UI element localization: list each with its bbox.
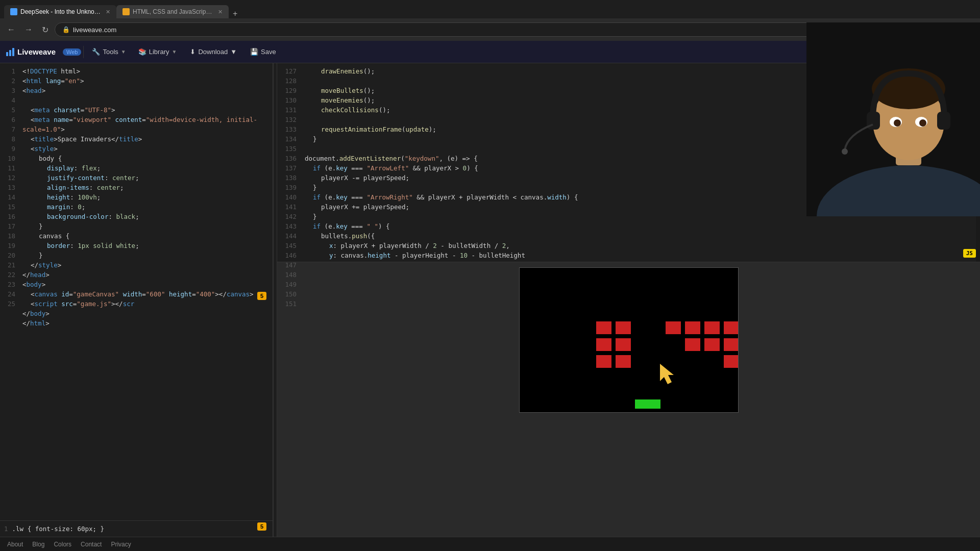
footer-blog[interactable]: Blog — [32, 541, 44, 548]
download-button[interactable]: ⬇ Download ▼ — [183, 45, 244, 58]
code-line-15: background-color: black; — [22, 212, 268, 221]
rln145: 145 — [277, 241, 297, 251]
enemy-l-0-1 — [616, 321, 631, 334]
code-line-2: <html lang="en"> — [22, 76, 268, 86]
rln130: 130 — [277, 95, 297, 105]
rln139: 139 — [277, 183, 297, 192]
code-line-10: display: flex; — [22, 163, 268, 173]
right-line-numbers: 127 128 129 130 131 132 133 134 135 136 … — [277, 63, 301, 262]
rln150: 150 — [277, 289, 297, 299]
footer-colors[interactable]: Colors — [54, 541, 71, 548]
enemy-l-2-1 — [616, 355, 631, 368]
cursor-arrow — [660, 364, 674, 384]
deepseek-favicon — [10, 8, 17, 15]
rln148: 148 — [277, 270, 297, 280]
enemy-l-2-0 — [596, 355, 611, 368]
jsl143: if (e.key === " ") { — [305, 221, 976, 231]
library-icon: 📚 — [138, 48, 146, 56]
rln137: 137 — [277, 163, 297, 173]
person-svg — [806, 22, 980, 216]
rln132: 132 — [277, 115, 297, 124]
rln146: 146 — [277, 251, 297, 260]
rln131: 131 — [277, 105, 297, 115]
person-area — [806, 22, 980, 216]
ln4: 4 — [0, 95, 15, 105]
ln16: 16 — [0, 212, 15, 221]
svg-point-11 — [842, 148, 848, 155]
ln23: 23 — [0, 280, 15, 289]
save-button[interactable]: 💾 Save — [244, 45, 282, 58]
code-line-8: <style> — [22, 144, 268, 154]
logo-bars — [6, 48, 14, 56]
enemy-r-0-3 — [724, 321, 738, 334]
ln2: 2 — [0, 76, 15, 86]
rln151: 151 — [277, 299, 297, 309]
game-canvas — [519, 267, 739, 413]
ln5: 5 — [0, 105, 15, 115]
app-logo: Liveweave — [6, 47, 63, 56]
panel-divider[interactable] — [273, 63, 277, 537]
footer-about[interactable]: About — [7, 541, 23, 548]
tools-menu[interactable]: 🔧 Tools ▼ — [86, 45, 132, 58]
logo-bar-3 — [12, 48, 14, 56]
back-button[interactable]: ← — [4, 23, 18, 36]
ln21: 21 — [0, 260, 15, 270]
tools-chevron: ▼ — [121, 49, 126, 55]
enemy-r-1-1 — [685, 338, 700, 351]
html-code-content[interactable]: <!DOCTYPE html> <html lang="en"> <head> … — [18, 63, 273, 520]
library-menu[interactable]: 📚 Library ▼ — [132, 45, 183, 58]
enemy-l-1-1 — [616, 338, 631, 351]
wrench-icon: 🔧 — [92, 48, 100, 56]
footer-contact[interactable]: Contact — [81, 541, 102, 548]
jsl146: y: canvas.height - playerHeight - 10 - b… — [305, 251, 976, 260]
rln138: 138 — [277, 173, 297, 183]
new-tab-button[interactable]: + — [229, 9, 241, 18]
toolbar-sep-1 — [83, 46, 84, 58]
forward-button[interactable]: → — [21, 23, 36, 36]
rln147: 147 — [277, 260, 297, 270]
code-line-13: height: 100vh; — [22, 192, 268, 202]
svg-rect-6 — [937, 112, 950, 130]
ln14: 14 — [0, 192, 15, 202]
address-bar[interactable]: 🔒 liveweave.com ☆ — [55, 22, 926, 37]
logo-bar-2 — [9, 50, 11, 56]
library-label: Library — [149, 48, 169, 56]
code-line-22: <body> — [22, 280, 268, 289]
tab-liveweave[interactable]: HTML, CSS and JavaScript play... ✕ — [116, 5, 229, 18]
code-line-3: <head> — [22, 86, 268, 95]
tab-deepseek[interactable]: DeepSeek - Into the Unknown ✕ — [4, 5, 116, 18]
rln136: 136 — [277, 154, 297, 163]
ln20: 20 — [0, 251, 15, 260]
code-line-12: align-items: center; — [22, 183, 268, 192]
left-editor[interactable]: 1 2 3 4 5 6 7 8 9 10 11 12 13 14 15 16 1… — [0, 63, 273, 520]
enemy-r-1-2 — [704, 338, 720, 351]
web-badge[interactable]: Web — [63, 48, 81, 56]
liveweave-favicon — [122, 8, 130, 15]
code-line-1: <!DOCTYPE html> — [22, 66, 268, 76]
code-line-18: border: 1px solid white; — [22, 241, 268, 251]
jsl147: }); — [305, 260, 976, 262]
rln140: 140 — [277, 192, 297, 202]
ln3: 3 — [0, 86, 15, 95]
left-css-editor[interactable]: 1 .lw { font-size: 60px; } — [0, 520, 273, 537]
code-line-6: <meta name="viewport" content="width=dev… — [22, 115, 268, 134]
code-line-23: <canvas id="gameCanvas" width="600" heig… — [22, 289, 268, 299]
code-line-14: margin: 0; — [22, 202, 268, 212]
ln1: 1 — [0, 66, 15, 76]
enemy-l-0-0 — [596, 321, 611, 334]
tab-deepseek-close[interactable]: ✕ — [106, 9, 110, 15]
tab-bar: DeepSeek - Into the Unknown ✕ HTML, CSS … — [0, 0, 980, 18]
footer-privacy[interactable]: Privacy — [111, 541, 131, 548]
footer: About Blog Colors Contact Privacy — [0, 537, 980, 551]
css-line-number: 1 — [4, 524, 8, 534]
ln10: 10 — [0, 154, 15, 163]
player-ship — [635, 399, 660, 409]
code-line-5: <meta charset="UTF-8"> — [22, 105, 268, 115]
rln149: 149 — [277, 280, 297, 289]
download-icon: ⬇ — [190, 48, 195, 56]
tab-liveweave-close[interactable]: ✕ — [218, 9, 223, 15]
rln135: 135 — [277, 144, 297, 154]
reload-button[interactable]: ↻ — [39, 23, 52, 37]
save-label: Save — [261, 48, 276, 56]
code-line-7: <title>Space Invaders</title> — [22, 134, 268, 144]
